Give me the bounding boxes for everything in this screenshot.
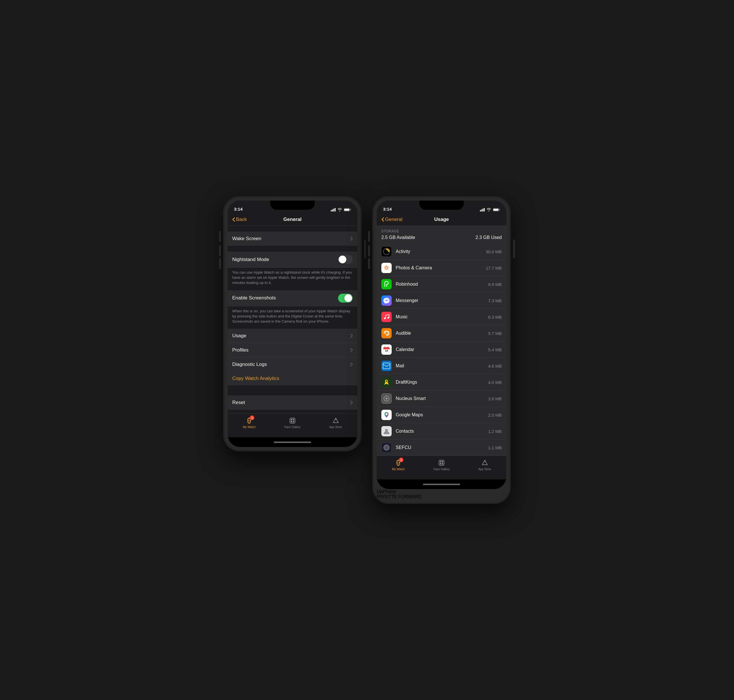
activity-size: 30.0 MB — [486, 249, 502, 254]
back-button-1[interactable]: Back — [232, 217, 247, 222]
svg-rect-2 — [333, 209, 334, 212]
activity-icon — [382, 247, 391, 256]
svg-rect-3 — [335, 208, 336, 212]
tab-app-store-1[interactable]: App Store — [314, 417, 357, 429]
calendar-size: 5.4 MB — [488, 347, 502, 352]
battery-icon-1 — [344, 208, 351, 212]
phone-2-screen: 3:14 — [377, 201, 506, 489]
reset-chevron — [350, 401, 353, 404]
signal-icon-2 — [480, 208, 485, 212]
app-messenger[interactable]: Messenger 7.3 MB — [377, 293, 506, 309]
tab-my-watch-2[interactable]: 1 My Watch — [377, 459, 420, 471]
usage-item[interactable]: Usage — [228, 329, 357, 343]
tab-app-store-2[interactable]: App Store — [463, 459, 506, 471]
wifi-icon-2 — [486, 208, 491, 212]
app-contacts[interactable]: Contacts 1.2 MB — [377, 423, 506, 440]
svg-point-10 — [248, 420, 250, 422]
tab-app-store-label-2: App Store — [478, 468, 491, 471]
activity-icon-container — [381, 246, 392, 257]
section-reset: Reset — [228, 396, 357, 410]
nav-bar-1: Back General — [228, 213, 357, 226]
svg-rect-1 — [332, 209, 333, 212]
back-label-2: General — [385, 217, 402, 222]
svg-point-40 — [388, 398, 389, 399]
app-mail[interactable]: Mail 4.6 MB — [377, 358, 506, 374]
screen-1: 3:14 — [228, 201, 357, 447]
svg-rect-58 — [442, 463, 443, 465]
music-icon — [383, 313, 390, 321]
sefcu-icon — [383, 444, 390, 451]
sefcu-name: SEFCU — [396, 445, 488, 450]
nightstand-toggle[interactable] — [338, 255, 353, 264]
calendar-icon: 14 — [382, 346, 391, 354]
draftkings-size: 4.0 MB — [488, 380, 502, 385]
app-nucleus[interactable]: Nucleus Smart 3.6 MB — [377, 391, 506, 407]
app-maps[interactable]: Google Maps 2.0 MB — [377, 407, 506, 423]
phone-1-screen: 3:14 — [228, 201, 357, 447]
music-icon-container — [381, 312, 392, 322]
svg-rect-14 — [291, 421, 292, 422]
tab-my-watch-label-1: My Watch — [243, 425, 255, 429]
mail-icon-container — [381, 361, 392, 371]
screenshots-toggle[interactable] — [338, 294, 353, 303]
usage-chevron — [350, 334, 353, 338]
diagnostic-logs-chevron — [350, 362, 353, 366]
svg-rect-5 — [350, 209, 351, 210]
divider-reset — [228, 385, 357, 396]
tab-appstore-icon-1 — [332, 417, 340, 425]
tab-face-gallery-1[interactable]: Face Gallery — [271, 417, 314, 429]
tab-face-icon-2 — [438, 459, 445, 467]
svg-rect-55 — [440, 461, 441, 462]
app-robinhood[interactable]: Robinhood 9.9 MB — [377, 276, 506, 293]
watermark-line1: UpPhone — [377, 489, 506, 494]
nucleus-icon — [383, 395, 390, 402]
maps-name: Google Maps — [396, 412, 488, 418]
reset-item[interactable]: Reset — [228, 396, 357, 410]
app-activity[interactable]: Activity 30.0 MB — [377, 244, 506, 260]
tab-badge-1: 1 — [250, 415, 254, 420]
svg-text:14: 14 — [385, 349, 388, 352]
screenshots-label: Enable Screenshots — [232, 295, 338, 301]
svg-point-41 — [386, 401, 387, 402]
messenger-size: 7.3 MB — [488, 298, 502, 303]
face-gallery-svg-2 — [438, 459, 445, 466]
svg-point-53 — [397, 462, 399, 463]
svg-point-59 — [484, 461, 485, 462]
app-photos[interactable]: Photos & Camera 17.7 MB — [377, 260, 506, 276]
tab-my-watch-1[interactable]: 1 My Watch — [228, 417, 271, 429]
app-sefcu[interactable]: SEFCU 1.1 MB — [377, 440, 506, 456]
section-nav-items: Usage Profiles Diagnostic — [228, 329, 357, 372]
svg-rect-6 — [344, 209, 349, 211]
nightstand-item: Nightstand Mode — [228, 251, 357, 268]
app-music[interactable]: Music 6.3 MB — [377, 309, 506, 325]
svg-rect-19 — [482, 209, 483, 212]
status-icons-1 — [331, 208, 351, 212]
profiles-item[interactable]: Profiles — [228, 343, 357, 357]
wake-screen-chevron — [350, 237, 353, 241]
tab-bar-2: 1 My Watch — [377, 456, 506, 479]
wake-screen-item[interactable]: Wake Screen — [228, 231, 357, 246]
calendar-icon-container: 14 — [381, 344, 392, 355]
svg-rect-13 — [293, 419, 294, 421]
svg-rect-20 — [484, 208, 485, 212]
app-draftkings[interactable]: ♛ DraftKings 4.0 MB — [377, 374, 506, 391]
tab-watch-icon-2: 1 — [394, 459, 402, 467]
back-chevron-2 — [381, 217, 384, 222]
diagnostic-logs-item[interactable]: Diagnostic Logs — [228, 357, 357, 372]
audible-icon — [383, 329, 390, 337]
svg-point-27 — [385, 333, 386, 334]
nav-bar-2: General Usage — [377, 213, 506, 226]
storage-label: STORAGE — [381, 229, 502, 233]
screen-2: 3:14 — [377, 201, 506, 489]
copy-analytics-button[interactable]: Copy Watch Analytics — [232, 376, 279, 381]
app-calendar[interactable]: 14 Calendar 5.4 MB — [377, 341, 506, 358]
nightstand-description: You can use Apple Watch as a nightstand … — [228, 268, 357, 290]
wifi-icon-1 — [338, 208, 342, 212]
back-button-2[interactable]: General — [381, 217, 402, 222]
content-1: Wake Screen Nightstand Mode — [228, 226, 357, 413]
home-bar-1 — [274, 441, 311, 443]
calendar-name: Calendar — [396, 347, 488, 352]
mail-size: 4.6 MB — [488, 363, 502, 369]
app-audible[interactable]: Audible 5.7 MB — [377, 325, 506, 341]
tab-face-gallery-2[interactable]: Face Gallery — [420, 459, 463, 471]
